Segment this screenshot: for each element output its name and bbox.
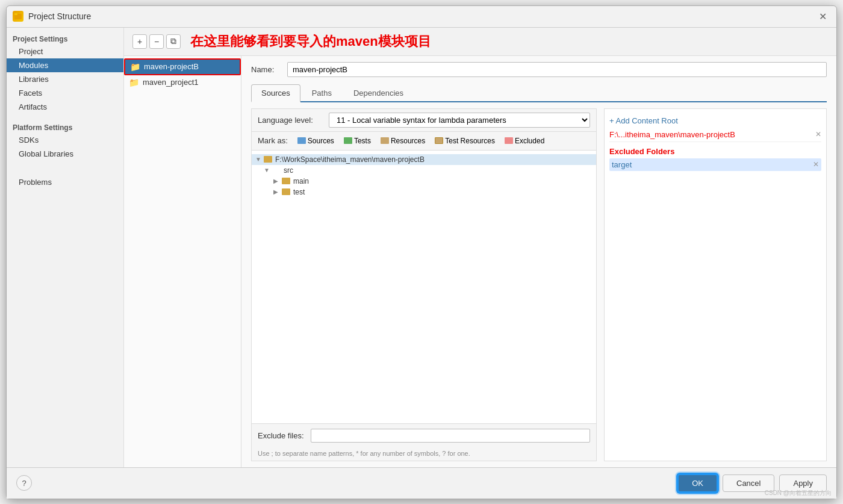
tree-main-folder-icon: [282, 178, 290, 184]
ok-button[interactable]: OK: [677, 474, 718, 493]
sidebar-item-artifacts[interactable]: Artifacts: [7, 100, 123, 114]
add-content-root-button[interactable]: + Add Content Root: [609, 114, 821, 128]
tree-test-label: test: [293, 188, 305, 196]
main-row: 📁 maven-projectB 📁 maven_project1 Name:: [124, 56, 836, 467]
module-item-maven-projectB[interactable]: 📁 maven-projectB: [124, 58, 241, 75]
name-row: Name:: [251, 62, 827, 77]
add-module-button[interactable]: +: [132, 34, 147, 49]
sidebar-item-sdks[interactable]: SDKs: [7, 133, 123, 147]
tab-sources[interactable]: Sources: [251, 84, 300, 102]
app-icon: [13, 11, 23, 22]
mark-as-row: Mark as: Sources Tests: [252, 132, 596, 151]
sources-tab-content: Language level: 11 - Local variable synt…: [251, 108, 827, 461]
sidebar-item-facets[interactable]: Facets: [7, 86, 123, 100]
sidebar-item-project[interactable]: Project: [7, 45, 123, 58]
watermark: CSDN @向着五星的方向: [765, 489, 832, 497]
name-input[interactable]: [287, 62, 827, 77]
content-area: + − ⧉ 在这里能够看到要导入的maven模块项目 📁 maven-proje…: [124, 28, 836, 467]
content-root-path: F:\...itheima_maven\maven-projectB ✕: [609, 128, 821, 142]
tree-arrow-main[interactable]: ▶: [273, 178, 282, 184]
mark-as-label: Mark as:: [258, 136, 288, 145]
remove-excluded-folder-button[interactable]: ✕: [813, 160, 819, 169]
sidebar: Project Settings Project Modules Librari…: [7, 28, 124, 467]
project-settings-section: Project Settings: [7, 33, 123, 45]
tabs-bar: Sources Paths Dependencies: [251, 84, 827, 102]
file-tree: ▼ F:\WorkSpace\itheima_maven\maven-proje…: [252, 151, 596, 423]
module-item-maven-project1[interactable]: 📁 maven_project1: [124, 75, 241, 90]
module-toolbar: + − ⧉ 在这里能够看到要导入的maven模块项目: [124, 28, 836, 56]
dialog-footer: ? OK Cancel Apply: [7, 467, 836, 499]
tree-test-row[interactable]: ▶ test: [252, 187, 596, 198]
exclude-hint: Use ; to separate name patterns, * for a…: [252, 447, 596, 461]
help-button[interactable]: ?: [16, 475, 32, 491]
mark-resources-button[interactable]: Resources: [378, 135, 428, 146]
exclude-files-label: Exclude files:: [258, 431, 306, 440]
remove-module-button[interactable]: −: [149, 34, 164, 49]
sidebar-item-problems[interactable]: Problems: [7, 175, 123, 189]
tree-root-path: F:\WorkSpace\itheima_maven\maven-project…: [275, 155, 425, 164]
tree-main-row[interactable]: ▶ main: [252, 176, 596, 187]
title-bar: Project Structure ✕: [7, 6, 836, 28]
sources-folder-icon: [297, 137, 306, 144]
tree-arrow-src[interactable]: ▼: [264, 167, 272, 173]
tree-root-row[interactable]: ▼ F:\WorkSpace\itheima_maven\maven-proje…: [252, 154, 596, 165]
svg-rect-1: [14, 13, 17, 15]
annotation-text: 在这里能够看到要导入的maven模块项目: [190, 33, 431, 51]
dialog-body: Project Settings Project Modules Librari…: [7, 28, 836, 467]
tab-paths[interactable]: Paths: [302, 84, 342, 101]
language-level-select[interactable]: 11 - Local variable syntax for lambda pa…: [329, 113, 590, 128]
tree-main-label: main: [293, 177, 309, 185]
resources-folder-icon: [381, 137, 389, 144]
tree-root-folder-icon: [264, 156, 272, 163]
language-level-label: Language level:: [258, 116, 324, 125]
copy-module-button[interactable]: ⧉: [166, 34, 181, 49]
excluded-folder-target: target ✕: [609, 158, 821, 171]
sidebar-item-modules[interactable]: Modules: [7, 58, 123, 72]
mark-test-resources-button[interactable]: Test Resources: [432, 135, 497, 146]
excluded-folder-icon: [505, 137, 513, 144]
platform-settings-section: Platform Settings: [7, 121, 123, 133]
right-pane: + Add Content Root F:\...itheima_maven\m…: [604, 108, 827, 461]
module-list: 📁 maven-projectB 📁 maven_project1: [124, 56, 241, 467]
tree-arrow-root[interactable]: ▼: [255, 156, 264, 163]
tree-src-folder-icon: [272, 167, 281, 173]
tree-test-folder-icon: [282, 188, 290, 195]
excluded-folders-label: Excluded Folders: [609, 147, 821, 156]
mark-excluded-button[interactable]: Excluded: [502, 135, 547, 146]
project-structure-dialog: Project Structure ✕ Project Settings Pro…: [6, 5, 837, 499]
mark-sources-button[interactable]: Sources: [295, 135, 337, 146]
remove-content-root-button[interactable]: ✕: [815, 130, 821, 138]
exclude-files-row: Exclude files:: [252, 423, 596, 447]
exclude-files-input[interactable]: [311, 429, 590, 443]
tree-src-row[interactable]: ▼ src: [252, 165, 596, 176]
dialog-title: Project Structure: [28, 11, 815, 21]
sidebar-item-global-libraries[interactable]: Global Libraries: [7, 147, 123, 161]
tree-arrow-test[interactable]: ▶: [273, 188, 282, 195]
tree-src-label: src: [284, 166, 293, 175]
tests-folder-icon: [344, 137, 352, 144]
close-button[interactable]: ✕: [815, 10, 830, 23]
name-label: Name:: [251, 65, 281, 74]
folder-icon: 📁: [130, 62, 140, 72]
tab-dependencies[interactable]: Dependencies: [343, 84, 414, 101]
mark-tests-button[interactable]: Tests: [341, 135, 373, 146]
folder-icon-2: 📁: [129, 78, 139, 87]
language-level-row: Language level: 11 - Local variable synt…: [252, 109, 596, 132]
detail-panel: Name: Sources Paths Dependencies: [241, 56, 836, 467]
left-pane: Language level: 11 - Local variable synt…: [251, 108, 597, 461]
test-resources-folder-icon: [435, 137, 443, 144]
sidebar-item-libraries[interactable]: Libraries: [7, 72, 123, 86]
